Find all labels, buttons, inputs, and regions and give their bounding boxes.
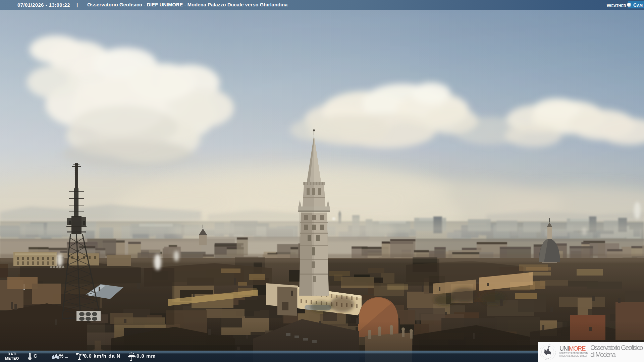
svg-text:1175: 1175 <box>546 358 549 360</box>
